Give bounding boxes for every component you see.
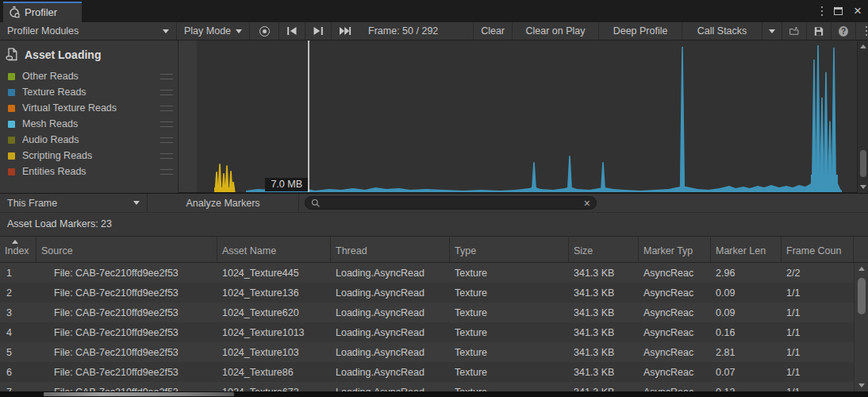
tab-title: Profiler	[25, 6, 57, 18]
help-button[interactable]: ?	[832, 22, 855, 40]
marker-table: IndexSourceAsset NameThreadTypeSizeMarke…	[0, 237, 868, 391]
asset-loading-chart[interactable]	[179, 40, 857, 192]
prev-frame-button[interactable]	[279, 22, 305, 40]
scrollbar-thumb[interactable]	[860, 150, 866, 177]
drag-handle-icon[interactable]	[160, 74, 173, 79]
cell-marker-typ: AsyncReac	[639, 268, 711, 279]
scroll-down-icon[interactable]	[858, 384, 865, 387]
legend-label: Texture Reads	[22, 87, 160, 98]
clear-on-play-button[interactable]: Clear on Play	[513, 22, 598, 40]
cell-marker-len: 2.96	[711, 268, 782, 279]
profiler-modules-dropdown[interactable]: Profiler Modules	[0, 22, 176, 40]
bottom-strip	[0, 391, 868, 397]
table-row[interactable]: 3File: CAB-7ec210ffd9ee2f531024_Texture6…	[0, 303, 854, 322]
table-row[interactable]: 1File: CAB-7ec210ffd9ee2f531024_Texture4…	[0, 263, 854, 283]
table-row[interactable]: 7File: CAB-7ec210ffd9ee2f531024_Texture6…	[0, 382, 854, 391]
column-header-type[interactable]: Type	[450, 237, 569, 262]
table-row[interactable]: 6File: CAB-7ec210ffd9ee2f531024_Texture8…	[0, 362, 854, 382]
legend-item-entities-reads[interactable]: Entities Reads	[0, 164, 178, 179]
profiler-stopwatch-icon	[8, 6, 21, 18]
drag-handle-icon[interactable]	[160, 90, 173, 95]
frame-selector-dropdown[interactable]: This Frame	[0, 194, 147, 212]
column-header-marker-typ[interactable]: Marker Typ	[639, 237, 711, 262]
tab-bar: Profiler ×	[0, 0, 868, 22]
maximize-icon[interactable]	[834, 7, 843, 15]
legend-item-scripting-reads[interactable]: Scripting Reads	[0, 148, 178, 164]
analyze-markers-button[interactable]: Analyze Markers	[148, 194, 298, 212]
cell-type: Texture	[450, 307, 569, 318]
cell-frame-coun: 2/2	[782, 268, 854, 279]
call-stacks-caret[interactable]	[762, 22, 782, 40]
deep-profile-button[interactable]: Deep Profile	[599, 22, 682, 40]
cell-source: File: CAB-7ec210ffd9ee2f53	[36, 327, 217, 338]
column-header-index[interactable]: Index	[0, 237, 36, 262]
cell-marker-typ: AsyncReac	[639, 367, 711, 378]
record-button[interactable]	[250, 22, 278, 40]
current-frame-button[interactable]	[332, 22, 359, 40]
asset-loading-icon	[6, 48, 19, 61]
cell-source: File: CAB-7ec210ffd9ee2f53	[36, 287, 217, 299]
play-mode-dropdown[interactable]: Play Mode	[177, 22, 249, 40]
column-header-asset-name[interactable]: Asset Name	[217, 237, 331, 262]
legend-item-mesh-reads[interactable]: Mesh Reads	[0, 116, 178, 132]
search-clear-icon[interactable]: ×	[584, 198, 590, 208]
legend-color-chip	[8, 105, 15, 112]
cell-marker-len: 0.16	[711, 327, 782, 338]
table-row[interactable]: 5File: CAB-7ec210ffd9ee2f531024_Texture1…	[0, 342, 854, 362]
load-profile-button[interactable]	[782, 22, 806, 40]
tab-profiler[interactable]: Profiler	[3, 2, 82, 22]
save-profile-button[interactable]	[807, 22, 831, 40]
legend-item-virtual-texture-reads[interactable]: Virtual Texture Reads	[0, 100, 178, 116]
cell-size: 341.3 KB	[569, 347, 639, 358]
chart-scrollbar[interactable]	[857, 40, 868, 193]
clear-button[interactable]: Clear	[474, 22, 512, 40]
frame-selector-label: This Frame	[7, 198, 57, 209]
drag-handle-icon[interactable]	[160, 121, 173, 127]
cell-marker-typ: AsyncReac	[639, 307, 711, 318]
close-icon[interactable]: ×	[854, 6, 862, 17]
cell-asset-name: 1024_Texture1013	[217, 327, 331, 338]
drag-handle-icon[interactable]	[160, 106, 173, 111]
chart-area[interactable]: 7.0 MB	[179, 40, 857, 193]
scrollbar-thumb[interactable]	[858, 278, 866, 314]
column-header-size[interactable]: Size	[569, 237, 639, 262]
tab-active-accent	[3, 2, 82, 3]
module-header[interactable]: Asset Loading	[0, 40, 178, 67]
skip-forward-icon	[339, 26, 351, 36]
window-menu-icon[interactable]	[821, 6, 824, 17]
legend-item-audio-reads[interactable]: Audio Reads	[0, 132, 178, 148]
scroll-up-icon[interactable]	[860, 44, 866, 48]
table-row[interactable]: 4File: CAB-7ec210ffd9ee2f531024_Texture1…	[0, 322, 854, 342]
legend-item-other-reads[interactable]: Other Reads	[0, 68, 178, 84]
chart-tooltip: 7.0 MB	[265, 178, 308, 191]
record-icon	[259, 26, 270, 37]
drag-handle-icon[interactable]	[160, 137, 173, 143]
toolbar-menu-button[interactable]	[856, 22, 868, 40]
search-input[interactable]	[325, 198, 580, 209]
status-row: Asset Load Markers: 23	[0, 213, 868, 237]
cell-frame-coun: 1/1	[782, 347, 854, 358]
table-row[interactable]: 2File: CAB-7ec210ffd9ee2f531024_Texture1…	[0, 283, 854, 303]
column-header-frame-coun[interactable]: Frame Coun	[782, 237, 854, 262]
column-header-marker-len[interactable]: Marker Len	[711, 237, 782, 262]
drag-handle-icon[interactable]	[160, 153, 173, 159]
scroll-up-icon[interactable]	[858, 267, 865, 271]
legend-label: Virtual Texture Reads	[22, 102, 160, 114]
scroll-down-icon[interactable]	[860, 185, 866, 189]
cell-frame-coun: 1/1	[782, 367, 854, 378]
legend-item-texture-reads[interactable]: Texture Reads	[0, 84, 178, 100]
call-stacks-button[interactable]: Call Stacks	[682, 22, 762, 40]
cell-frame-coun: 1/1	[782, 287, 854, 299]
drag-handle-icon[interactable]	[160, 169, 173, 175]
legend-label: Audio Reads	[22, 134, 160, 145]
sort-ascending-icon	[12, 240, 18, 244]
search-field[interactable]: ×	[305, 196, 597, 210]
column-header-source[interactable]: Source	[36, 237, 217, 262]
play-mode-label: Play Mode	[184, 25, 231, 37]
legend-label: Scripting Reads	[22, 150, 160, 161]
legend-label: Entities Reads	[22, 166, 160, 177]
column-header-thread[interactable]: Thread	[331, 237, 450, 262]
next-frame-button[interactable]	[305, 22, 331, 40]
chevron-down-icon	[133, 201, 140, 205]
table-scrollbar[interactable]	[854, 263, 868, 391]
